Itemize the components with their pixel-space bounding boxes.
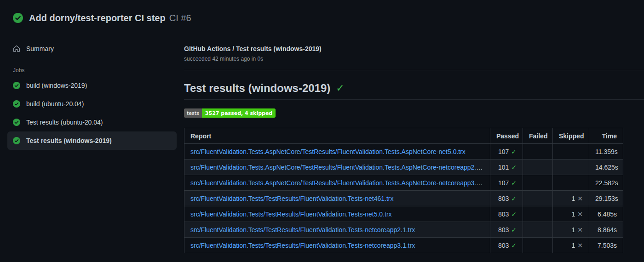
report-cell: src/FluentValidation.Tests.AspNetCore/Te…: [184, 159, 490, 175]
run-number: CI #6: [169, 12, 191, 24]
sidebar-summary-label: Summary: [26, 45, 54, 52]
passed-check-icon: ✓: [511, 195, 517, 202]
time-cell: 14.625s: [589, 159, 623, 175]
report-link[interactable]: src/FluentValidation.Tests.AspNetCore/Te…: [190, 148, 466, 155]
passed-cell: 107✓: [490, 175, 523, 191]
sidebar-item-label: Test results (ubuntu-20.04): [26, 118, 103, 126]
tests-badge-value: 3527 passed, 4 skipped: [202, 108, 276, 118]
table-row: src/FluentValidation.Tests/TestResults/F…: [184, 191, 623, 206]
column-header-failed: Failed: [523, 128, 553, 144]
passed-check-icon: ✓: [511, 242, 517, 249]
passed-cell: 803✓: [490, 222, 523, 238]
home-icon: [13, 45, 20, 52]
sidebar-item-build-ubuntu-2004[interactable]: build (ubuntu-20.04): [7, 95, 177, 113]
skipped-cell: [553, 175, 589, 191]
passed-cell: 107✓: [490, 144, 523, 159]
failed-cell: [523, 222, 553, 238]
section-heading-text: Test results (windows-2019): [184, 81, 330, 95]
time-cell: 11.359s: [589, 144, 623, 159]
time-cell: 29.153s: [589, 191, 623, 206]
report-cell: src/FluentValidation.Tests/TestResults/F…: [184, 191, 490, 206]
column-header-time: Time: [589, 128, 623, 144]
passed-check-icon: ✓: [511, 148, 517, 155]
check-circle-success-icon: [13, 100, 20, 108]
passed-cell: 101✓: [490, 159, 523, 175]
tests-badge-label: tests: [184, 108, 202, 118]
failed-cell: [523, 191, 553, 206]
skipped-cell: 1✕: [553, 206, 589, 222]
table-row: src/FluentValidation.Tests.AspNetCore/Te…: [184, 144, 623, 159]
time-cell: 7.503s: [589, 238, 623, 253]
report-link[interactable]: src/FluentValidation.Tests/TestResults/F…: [190, 226, 415, 234]
skipped-cell: [553, 159, 589, 175]
time-cell: 8.864s: [589, 222, 623, 238]
report-cell: src/FluentValidation.Tests.AspNetCore/Te…: [184, 175, 490, 191]
jobs-section-label: Jobs: [7, 67, 177, 74]
report-cell: src/FluentValidation.Tests.AspNetCore/Te…: [184, 144, 490, 159]
report-link[interactable]: src/FluentValidation.Tests.AspNetCore/Te…: [190, 179, 489, 187]
check-circle-success-icon: [13, 137, 20, 144]
sidebar-item-test-results-ubuntu-2004[interactable]: Test results (ubuntu-20.04): [7, 113, 177, 131]
skipped-cross-icon: ✕: [577, 226, 583, 234]
check-circle-success-icon: [13, 119, 20, 126]
skipped-cross-icon: ✕: [577, 242, 583, 249]
skipped-cell: 1✕: [553, 222, 589, 238]
sidebar-item-build-windows-2019[interactable]: build (windows-2019): [7, 76, 177, 95]
failed-cell: [523, 144, 553, 159]
report-link[interactable]: src/FluentValidation.Tests.AspNetCore/Te…: [190, 164, 489, 171]
run-header: Add dorny/test-reporter CI step CI #6: [0, 0, 644, 31]
passed-cell: 803✓: [490, 206, 523, 222]
check-circle-success-icon: [13, 13, 23, 23]
run-title-text: Add dorny/test-reporter CI step: [29, 12, 166, 24]
table-row: src/FluentValidation.Tests.AspNetCore/Te…: [184, 175, 623, 191]
report-link[interactable]: src/FluentValidation.Tests/TestResults/F…: [190, 195, 393, 202]
heading-check-icon: ✓: [336, 83, 344, 93]
passed-cell: 803✓: [490, 191, 523, 206]
report-link[interactable]: src/FluentValidation.Tests/TestResults/F…: [190, 211, 392, 218]
check-circle-success-icon: [13, 82, 20, 89]
column-header-passed: Passed: [490, 128, 523, 144]
sidebar-item-label: build (ubuntu-20.04): [26, 100, 84, 108]
column-header-skipped: Skipped: [553, 128, 589, 144]
sidebar-item-summary[interactable]: Summary: [7, 42, 177, 55]
failed-cell: [523, 175, 553, 191]
divider: [184, 99, 644, 100]
table-row: src/FluentValidation.Tests.AspNetCore/Te…: [184, 159, 623, 175]
skipped-cell: 1✕: [553, 238, 589, 253]
passed-check-icon: ✓: [511, 164, 517, 171]
passed-check-icon: ✓: [511, 211, 517, 218]
sidebar-item-label: build (windows-2019): [26, 81, 87, 90]
passed-check-icon: ✓: [511, 179, 517, 187]
failed-cell: [523, 238, 553, 253]
main-content: GitHub Actions / Test results (windows-2…: [184, 31, 644, 253]
table-row: src/FluentValidation.Tests/TestResults/F…: [184, 222, 623, 238]
failed-cell: [523, 159, 553, 175]
report-cell: src/FluentValidation.Tests/TestResults/F…: [184, 238, 490, 253]
time-cell: 22.582s: [589, 175, 623, 191]
sidebar-item-test-results-windows-2019[interactable]: Test results (windows-2019): [7, 131, 177, 150]
passed-check-icon: ✓: [511, 226, 517, 234]
sidebar-item-label: Test results (windows-2019): [26, 137, 112, 145]
check-run-status: succeeded 42 minutes ago in 0s: [184, 56, 644, 62]
table-row: src/FluentValidation.Tests/TestResults/F…: [184, 206, 623, 222]
section-heading: Test results (windows-2019) ✓: [184, 81, 644, 95]
skipped-cell: [553, 144, 589, 159]
table-row: src/FluentValidation.Tests/TestResults/F…: [184, 238, 623, 253]
passed-cell: 803✓: [490, 238, 523, 253]
report-cell: src/FluentValidation.Tests/TestResults/F…: [184, 222, 490, 238]
sidebar: Summary Jobs build (windows-2019) build …: [0, 31, 184, 150]
skipped-cross-icon: ✕: [577, 195, 583, 202]
table-header-row: Report Passed Failed Skipped Time: [184, 128, 623, 144]
skipped-cross-icon: ✕: [577, 211, 583, 218]
tests-badge: tests 3527 passed, 4 skipped: [184, 108, 276, 118]
time-cell: 6.485s: [589, 206, 623, 222]
skipped-cell: 1✕: [553, 191, 589, 206]
check-run-title: GitHub Actions / Test results (windows-2…: [184, 44, 644, 53]
report-cell: src/FluentValidation.Tests/TestResults/F…: [184, 206, 490, 222]
failed-cell: [523, 206, 553, 222]
report-table: Report Passed Failed Skipped Time src/Fl…: [184, 128, 623, 253]
run-title: Add dorny/test-reporter CI step CI #6: [29, 12, 191, 24]
divider: [184, 70, 644, 70]
column-header-report: Report: [184, 128, 490, 144]
report-link[interactable]: src/FluentValidation.Tests/TestResults/F…: [190, 242, 415, 249]
